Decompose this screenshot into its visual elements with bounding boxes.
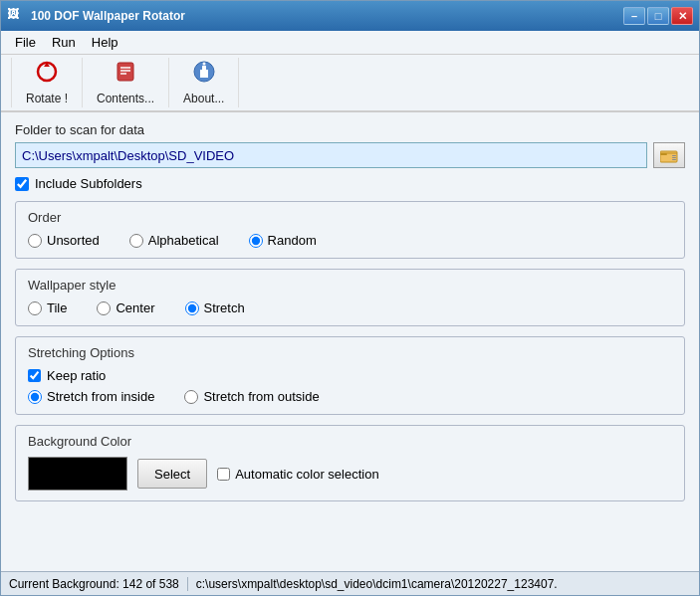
about-icon <box>192 60 216 90</box>
style-stretch-radio[interactable] <box>185 301 199 315</box>
svg-rect-10 <box>672 155 676 156</box>
status-bar: Current Background: 142 of 538 c:\users\… <box>1 571 699 595</box>
stretch-outside[interactable]: Stretch from outside <box>184 389 319 404</box>
status-file-path: c:\users\xmpalt\desktop\sd_video\dcim1\c… <box>196 577 691 591</box>
title-bar: 🖼 100 DOF Wallpaper Rotator – □ ✕ <box>1 1 699 31</box>
stretch-direction-row: Stretch from inside Stretch from outside <box>28 389 672 404</box>
keep-ratio-checkbox[interactable] <box>28 369 41 382</box>
window-controls: – □ ✕ <box>623 7 693 25</box>
include-subfolders-label[interactable]: Include Subfolders <box>35 176 142 191</box>
stretching-options-title: Stretching Options <box>28 345 672 360</box>
contents-icon <box>114 60 137 90</box>
stretch-inside-radio[interactable] <box>28 390 42 404</box>
toolbar: Rotate ! Contents... About. <box>1 55 699 112</box>
svg-rect-1 <box>117 63 133 81</box>
color-row: Select Automatic color selection <box>28 457 672 491</box>
order-alphabetical-radio[interactable] <box>129 234 143 248</box>
main-content: Folder to scan for data Include Subfolde… <box>1 112 699 571</box>
color-swatch[interactable] <box>28 457 127 491</box>
svg-rect-12 <box>672 159 676 160</box>
style-tile[interactable]: Tile <box>28 300 67 315</box>
status-background-count: Current Background: 142 of 538 <box>9 577 188 591</box>
order-title: Order <box>28 210 672 225</box>
background-color-title: Background Color <box>28 434 672 449</box>
order-random[interactable]: Random <box>249 233 317 248</box>
menu-bar: File Run Help <box>1 31 699 55</box>
wallpaper-style-section: Wallpaper style Tile Center Stretch <box>15 269 685 326</box>
keep-ratio-row: Keep ratio <box>28 368 672 383</box>
order-unsorted[interactable]: Unsorted <box>28 233 100 248</box>
about-button[interactable]: About... <box>169 58 239 107</box>
folder-input[interactable] <box>15 142 647 168</box>
stretch-outside-radio[interactable] <box>184 390 198 404</box>
wallpaper-style-radio-row: Tile Center Stretch <box>28 300 672 315</box>
folder-row <box>15 142 685 168</box>
auto-color-row: Automatic color selection <box>217 467 379 482</box>
app-icon: 🖼 <box>7 7 25 25</box>
stretching-options-section: Stretching Options Keep ratio Stretch fr… <box>15 336 685 415</box>
main-window: 🖼 100 DOF Wallpaper Rotator – □ ✕ File R… <box>0 0 700 596</box>
folder-label: Folder to scan for data <box>15 122 685 137</box>
style-center[interactable]: Center <box>97 300 154 315</box>
style-tile-radio[interactable] <box>28 301 42 315</box>
background-color-section: Background Color Select Automatic color … <box>15 425 685 501</box>
maximize-button[interactable]: □ <box>647 7 669 25</box>
include-subfolders-row: Include Subfolders <box>15 176 685 191</box>
menu-run[interactable]: Run <box>44 33 84 52</box>
style-center-radio[interactable] <box>97 301 111 315</box>
menu-file[interactable]: File <box>7 33 44 52</box>
window-title: 100 DOF Wallpaper Rotator <box>31 9 623 23</box>
close-button[interactable]: ✕ <box>671 7 693 25</box>
order-unsorted-radio[interactable] <box>28 234 42 248</box>
select-color-button[interactable]: Select <box>137 459 207 489</box>
wallpaper-style-title: Wallpaper style <box>28 278 672 293</box>
style-stretch[interactable]: Stretch <box>185 300 245 315</box>
order-random-radio[interactable] <box>249 234 263 248</box>
order-radio-row: Unsorted Alphabetical Random <box>28 233 672 248</box>
rotate-icon <box>35 60 59 90</box>
rotate-label: Rotate ! <box>26 92 68 105</box>
contents-button[interactable]: Contents... <box>83 58 169 107</box>
order-alphabetical[interactable]: Alphabetical <box>129 233 219 248</box>
svg-rect-11 <box>672 157 676 158</box>
auto-color-checkbox[interactable] <box>217 468 230 481</box>
menu-help[interactable]: Help <box>84 33 126 52</box>
contents-label: Contents... <box>97 92 154 105</box>
rotate-button[interactable]: Rotate ! <box>11 58 83 107</box>
order-section: Order Unsorted Alphabetical Random <box>15 201 685 259</box>
auto-color-label[interactable]: Automatic color selection <box>235 467 379 482</box>
keep-ratio-label[interactable]: Keep ratio <box>47 368 106 383</box>
browse-button[interactable] <box>653 142 685 168</box>
include-subfolders-checkbox[interactable] <box>15 177 29 191</box>
about-label: About... <box>183 92 224 105</box>
stretch-inside[interactable]: Stretch from inside <box>28 389 154 404</box>
minimize-button[interactable]: – <box>623 7 645 25</box>
svg-point-6 <box>202 63 205 66</box>
